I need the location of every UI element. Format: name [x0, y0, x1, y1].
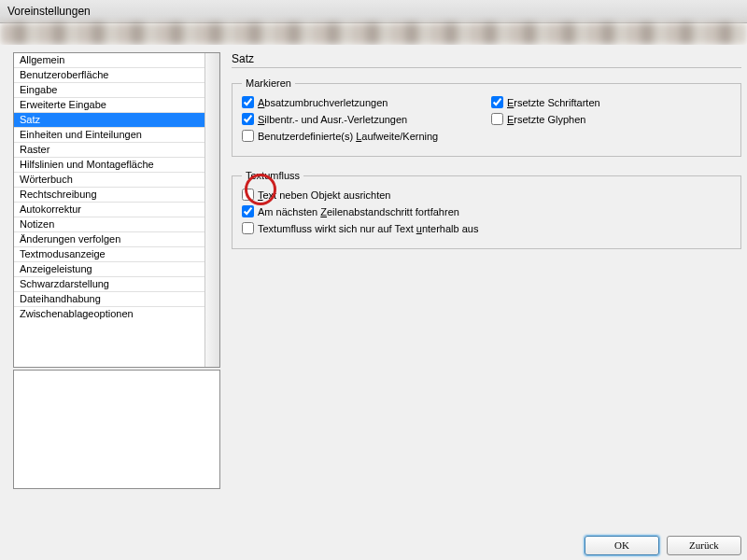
- sidebar-item[interactable]: Rechtschreibung: [14, 188, 204, 203]
- mark-option-3-label: Ersetzte Glyphen: [507, 114, 585, 125]
- flow-option-0-label: Text neben Objekt ausrichten: [258, 189, 390, 201]
- mark-option-4[interactable]: Benutzerdefinierte(s) Laufweite/Kerning: [242, 130, 438, 142]
- dialog-footer: OK Zurück: [0, 530, 747, 560]
- mark-option-4-checkbox[interactable]: [242, 130, 254, 142]
- sidebar-item[interactable]: Eingabe: [14, 83, 204, 98]
- sidebar-item[interactable]: Satz: [14, 113, 204, 128]
- sidebar-item[interactable]: Zwischenablageoptionen: [14, 307, 204, 321]
- sidebar-item[interactable]: Änderungen verfolgen: [14, 232, 204, 247]
- window-titlebar: Voreinstellungen: [0, 0, 747, 23]
- description-box: [13, 370, 220, 489]
- mark-option-3[interactable]: Ersetzte Glyphen: [491, 113, 585, 125]
- sidebar-item[interactable]: Erweiterte Eingabe: [14, 98, 204, 113]
- ok-button[interactable]: OK: [585, 536, 659, 555]
- flow-option-1-checkbox[interactable]: [242, 205, 254, 217]
- mark-option-0-checkbox[interactable]: [242, 96, 254, 108]
- sidebar-item[interactable]: Wörterbuch: [14, 173, 204, 188]
- sidebar-item[interactable]: Benutzeroberfläche: [14, 68, 204, 83]
- settings-panel: Satz Markieren Absatzumbruchverletzungen…: [224, 45, 747, 530]
- flow-option-2[interactable]: Textumfluss wirkt sich nur auf Text unte…: [242, 222, 478, 234]
- flow-option-1[interactable]: Am nächsten Zeilenabstandschritt fortfah…: [242, 205, 459, 217]
- mark-option-3-checkbox[interactable]: [491, 113, 503, 125]
- sidebar-item[interactable]: Dateihandhabung: [14, 292, 204, 307]
- sidebar-item[interactable]: Autokorrektur: [14, 203, 204, 217]
- flow-option-2-checkbox[interactable]: [242, 222, 254, 234]
- mark-option-1-checkbox[interactable]: [491, 96, 503, 108]
- back-button[interactable]: Zurück: [667, 536, 741, 555]
- mark-option-4-label: Benutzerdefinierte(s) Laufweite/Kerning: [258, 131, 438, 142]
- sidebar-item[interactable]: Allgemein: [14, 53, 204, 68]
- mark-option-2[interactable]: Silbentr.- und Ausr.-Verletzungen: [242, 113, 407, 125]
- scrollbar[interactable]: [204, 53, 219, 367]
- flow-option-0[interactable]: Text neben Objekt ausrichten: [242, 189, 390, 201]
- mark-option-2-checkbox[interactable]: [242, 113, 254, 125]
- flow-option-0-checkbox[interactable]: [242, 189, 254, 201]
- sidebar-item[interactable]: Raster: [14, 143, 204, 158]
- group-textumfluss: Textumfluss Text neben Objekt ausrichten…: [232, 170, 741, 249]
- category-sidebar: AllgemeinBenutzeroberflächeEingabeErweit…: [0, 45, 224, 530]
- sidebar-item[interactable]: Textmodusanzeige: [14, 247, 204, 262]
- window-title: Voreinstellungen: [7, 5, 91, 18]
- panel-title: Satz: [232, 52, 741, 65]
- flow-option-1-label: Am nächsten Zeilenabstandschritt fortfah…: [258, 206, 459, 217]
- mark-option-2-label: Silbentr.- und Ausr.-Verletzungen: [258, 114, 407, 125]
- mark-option-0-label: Absatzumbruchverletzungen: [258, 97, 388, 108]
- sidebar-item[interactable]: Anzeigeleistung: [14, 262, 204, 277]
- group-markieren-legend: Markieren: [242, 77, 295, 89]
- preferences-body: AllgemeinBenutzeroberflächeEingabeErweit…: [0, 45, 747, 530]
- group-textumfluss-legend: Textumfluss: [242, 170, 303, 181]
- mark-option-0[interactable]: Absatzumbruchverletzungen: [242, 96, 388, 108]
- sidebar-item[interactable]: Hilfslinien und Montagefläche: [14, 158, 204, 173]
- toolbar-blurred: [0, 22, 747, 45]
- group-markieren: Markieren AbsatzumbruchverletzungenErset…: [232, 77, 741, 157]
- mark-option-1[interactable]: Ersetzte Schriftarten: [491, 96, 600, 108]
- sidebar-item[interactable]: Schwarzdarstellung: [14, 277, 204, 292]
- sidebar-item[interactable]: Notizen: [14, 217, 204, 232]
- sidebar-item[interactable]: Einheiten und Einteilungen: [14, 128, 204, 143]
- panel-underline: [232, 67, 741, 68]
- mark-option-1-label: Ersetzte Schriftarten: [507, 97, 600, 108]
- category-list[interactable]: AllgemeinBenutzeroberflächeEingabeErweit…: [13, 52, 220, 368]
- flow-option-2-label: Textumfluss wirkt sich nur auf Text unte…: [258, 223, 478, 234]
